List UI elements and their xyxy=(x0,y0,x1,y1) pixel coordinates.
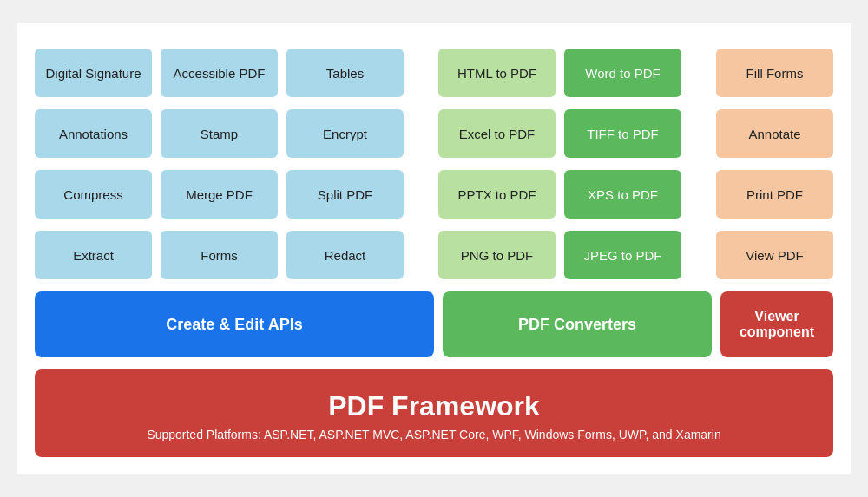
spacer-6 xyxy=(690,170,707,219)
main-container: Digital Signature Accessible PDF Tables … xyxy=(17,23,851,474)
cell-tiff-to-pdf[interactable]: TIFF to PDF xyxy=(564,109,681,158)
cell-encrypt[interactable]: Encrypt xyxy=(286,109,404,158)
cell-html-to-pdf[interactable]: HTML to PDF xyxy=(438,49,556,97)
spacer-5 xyxy=(412,170,430,219)
cell-pptx-to-pdf[interactable]: PPTX to PDF xyxy=(438,170,556,219)
pdf-framework-footer: PDF Framework Supported Platforms: ASP.N… xyxy=(35,369,833,457)
footer-subtitle: Supported Platforms: ASP.NET, ASP.NET MV… xyxy=(52,428,816,441)
cell-extract[interactable]: Extract xyxy=(35,231,152,279)
footer-title: PDF Framework xyxy=(52,390,816,422)
create-edit-button[interactable]: Create & Edit APIs xyxy=(35,291,434,357)
spacer-8 xyxy=(690,231,707,279)
cell-fill-forms[interactable]: Fill Forms xyxy=(716,49,833,97)
row-4: Extract Forms Redact PNG to PDF JPEG to … xyxy=(35,231,833,279)
cell-png-to-pdf[interactable]: PNG to PDF xyxy=(438,231,556,279)
spacer-2 xyxy=(690,49,707,97)
spacer-7 xyxy=(412,231,430,279)
cell-tables[interactable]: Tables xyxy=(286,49,404,97)
spacer-1 xyxy=(412,49,430,97)
viewer-component-button[interactable]: Viewer component xyxy=(720,291,833,357)
cell-split-pdf[interactable]: Split PDF xyxy=(286,170,404,219)
row-2: Annotations Stamp Encrypt Excel to PDF T… xyxy=(35,109,833,158)
spacer-4 xyxy=(690,109,707,158)
cell-word-to-pdf[interactable]: Word to PDF xyxy=(564,49,681,97)
pdf-converters-button[interactable]: PDF Converters xyxy=(443,291,712,357)
cell-accessible-pdf[interactable]: Accessible PDF xyxy=(161,49,278,97)
cell-digital-signature[interactable]: Digital Signature xyxy=(35,49,152,97)
cell-merge-pdf[interactable]: Merge PDF xyxy=(161,170,278,219)
cell-forms[interactable]: Forms xyxy=(161,231,278,279)
row-1: Digital Signature Accessible PDF Tables … xyxy=(35,49,833,97)
row-3: Compress Merge PDF Split PDF PPTX to PDF… xyxy=(35,170,833,219)
spacer-9 xyxy=(434,291,443,357)
cell-compress[interactable]: Compress xyxy=(35,170,152,219)
cell-annotate[interactable]: Annotate xyxy=(716,109,833,158)
cell-annotations[interactable]: Annotations xyxy=(35,109,152,158)
cell-print-pdf[interactable]: Print PDF xyxy=(716,170,833,219)
cell-jpeg-to-pdf[interactable]: JPEG to PDF xyxy=(564,231,681,279)
cell-xps-to-pdf[interactable]: XPS to PDF xyxy=(564,170,681,219)
cell-excel-to-pdf[interactable]: Excel to PDF xyxy=(438,109,556,158)
cell-view-pdf[interactable]: View PDF xyxy=(716,231,833,279)
spacer-3 xyxy=(412,109,430,158)
spacer-10 xyxy=(712,291,720,357)
viewer-line1: Viewer xyxy=(754,309,799,324)
cell-stamp[interactable]: Stamp xyxy=(161,109,278,158)
cell-redact[interactable]: Redact xyxy=(286,231,404,279)
viewer-line2: component xyxy=(740,324,814,340)
